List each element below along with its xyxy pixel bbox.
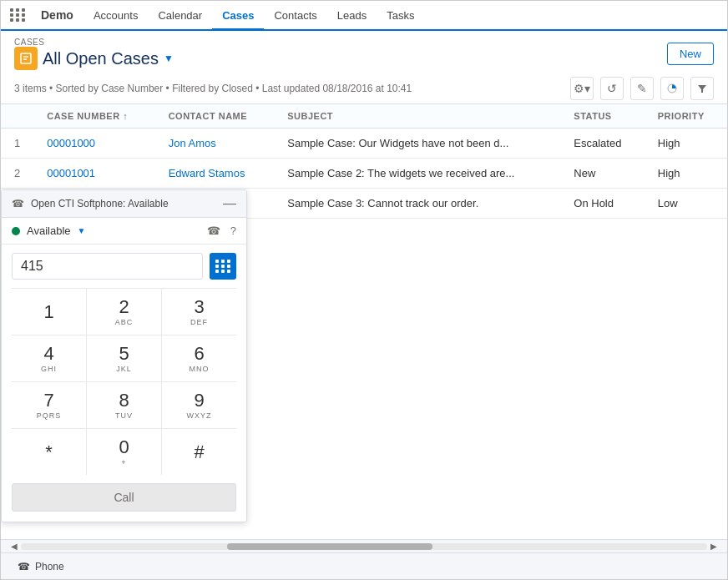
cti-status-bar: Available ▼ ☎ ? [2,218,246,245]
key-letters: WXYZ [187,411,212,420]
key-letters: ABC [115,318,134,326]
apps-icon[interactable] [8,5,28,25]
dialpad-key-4[interactable]: 4 GHI [12,335,86,381]
scroll-thumb[interactable] [227,543,433,550]
dialpad-key-3[interactable]: 3 DEF [162,289,236,335]
cti-phone-icon: ☎ [12,198,24,209]
key-letters: DEF [190,318,208,326]
bottom-bar: ☎ Phone [1,552,727,579]
new-button[interactable]: New [667,43,714,65]
cti-minimize-button[interactable]: — [223,197,236,210]
svg-rect-0 [21,53,31,63]
key-number: 4 [43,345,53,363]
col-priority[interactable]: PRIORITY [645,104,727,129]
edit-button[interactable]: ✎ [630,77,654,100]
dialpad-key-*[interactable]: * [12,429,86,475]
dialpad-key-2[interactable]: 2 ABC [87,289,161,335]
status-cell: New [560,159,644,189]
nav-item-calendar[interactable]: Calendar [148,2,212,30]
status-text: Available [27,224,71,237]
status-dropdown[interactable]: ▼ [78,226,86,235]
case-number-cell[interactable]: 00001001 [33,159,154,189]
cases-icon [14,47,38,70]
key-number: 0 [119,438,129,456]
nav-item-leads[interactable]: Leads [327,2,377,30]
call-button-row: Call [2,483,246,522]
key-letters: JKL [116,365,132,373]
cases-label: CASES [14,38,174,47]
scroll-right-arrow[interactable]: ▶ [707,542,720,551]
key-letters: GHI [41,365,57,373]
settings-button[interactable]: ⚙▾ [570,77,594,100]
dialpad-key-5[interactable]: 5 JKL [87,335,161,381]
status-dot [12,227,20,235]
phone-tab-icon: ☎ [18,561,30,572]
dialpad-key-9[interactable]: 9 WXYZ [162,382,236,428]
scroll-track[interactable] [21,543,707,550]
cti-status-icons: ☎ ? [207,224,236,237]
toolbar-icons: ⚙▾ ↺ ✎ [570,77,714,100]
table-row: 2 00001001 Edward Stamos Sample Case 2: … [1,159,727,189]
nav-item-accounts[interactable]: Accounts [83,2,148,30]
cases-header: CASES All Open Cases ▼ New [1,31,727,73]
cases-title-area: CASES All Open Cases ▼ [14,38,174,70]
page-title: All Open Cases [43,49,159,68]
contact-name-cell[interactable]: Edward Stamos [155,159,275,189]
key-letters: + [121,458,126,467]
key-number: 8 [119,391,129,410]
col-contact-name[interactable]: CONTACT NAME [155,104,275,129]
key-number: 7 [43,391,53,410]
dialpad-key-1[interactable]: 1 [12,289,86,335]
col-status[interactable]: STATUS [560,104,644,129]
dialpad-key-6[interactable]: 6 MNO [162,335,236,381]
row-number: 2 [1,159,33,189]
priority-cell: High [645,159,727,189]
scroll-left-arrow[interactable]: ◀ [8,542,21,551]
dialpad-key-7[interactable]: 7 PQRS [12,382,86,428]
dialpad-toggle-button[interactable] [210,253,236,280]
col-subject[interactable]: SUBJECT [274,104,560,129]
cti-panel: ☎ Open CTI Softphone: Available — Availa… [1,189,247,522]
nav-item-contacts[interactable]: Contacts [264,2,326,30]
status-cell: Escalated [560,129,644,159]
subject-cell: Sample Case 3: Cannot track our order. [274,189,560,219]
phone-number-input[interactable] [12,253,203,280]
key-number: 3 [194,298,204,316]
col-case-number[interactable]: CASE NUMBER ↑ [33,104,154,129]
contact-name-link[interactable]: Edward Stamos [169,167,245,179]
dialpad: 1 2 ABC 3 DEF 4 GHI 5 JKL 6 MNO 7 PQRS 8… [12,288,236,475]
key-number: # [194,443,204,461]
table-row: 1 00001000 Jon Amos Sample Case: Our Wid… [1,129,727,159]
app-name: Demo [34,8,80,22]
contact-name-cell[interactable]: Jon Amos [155,129,275,159]
subject-cell: Sample Case 2: The widgets we received a… [274,159,560,189]
case-number-link[interactable]: 00001000 [47,137,95,149]
filter-button[interactable] [690,77,714,100]
priority-cell: High [645,129,727,159]
key-number: 5 [119,345,129,363]
dialpad-key-0[interactable]: 0 + [87,429,161,475]
cti-help-icon[interactable]: ? [230,224,236,237]
key-letters: PQRS [37,411,62,420]
phone-tab[interactable]: ☎ Phone [11,557,71,576]
status-cell: On Hold [560,189,644,219]
case-number-link[interactable]: 00001001 [47,167,95,179]
nav-item-tasks[interactable]: Tasks [377,2,424,30]
cti-phone-icon2[interactable]: ☎ [207,224,220,237]
cti-title: Open CTI Softphone: Available [31,198,223,209]
subject-cell: Sample Case: Our Widgets have not been d… [274,129,560,159]
contact-name-link[interactable]: Jon Amos [169,137,216,149]
nav-item-cases[interactable]: Cases [212,2,264,30]
title-dropdown-icon[interactable]: ▼ [164,53,174,64]
dialpad-key-8[interactable]: 8 TUV [87,382,161,428]
key-number: 9 [194,391,204,410]
call-button[interactable]: Call [12,483,236,512]
scroll-area[interactable]: ◀ ▶ [1,539,727,552]
case-number-cell[interactable]: 00001000 [33,129,154,159]
phone-tab-label: Phone [35,561,64,572]
chart-button[interactable] [660,77,684,100]
key-letters: TUV [115,411,133,420]
dialpad-key-#[interactable]: # [162,429,236,475]
refresh-button[interactable]: ↺ [600,77,624,100]
cti-input-row [2,245,246,288]
